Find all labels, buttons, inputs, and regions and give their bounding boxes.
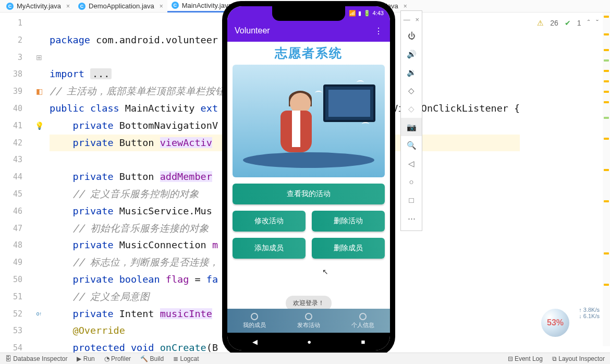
sys-back-icon[interactable]: ◀ [252,338,258,346]
volume-down-icon[interactable]: 🔉 [401,63,422,81]
tab-label: DemoApplication.java [89,2,154,10]
home-icon[interactable]: ○ [401,173,422,191]
error-stripe[interactable] [603,13,610,346]
more-icon[interactable]: ⋯ [401,209,422,227]
chevron-up-icon[interactable]: ˆ [588,19,590,27]
signal-icon: ▮ [358,10,361,17]
system-nav: ◀ ● ■ [227,333,390,350]
edit-activity-button[interactable]: 修改活动 [233,211,306,232]
run-gutter-icon[interactable]: ◧ [29,83,50,100]
tab-label: MyActivity.java [17,2,61,10]
logcat-tab[interactable]: ≣ Logcat [173,355,199,362]
gutter-icons: ⊞ ◧ 💡 o↑ [29,13,50,351]
rotate-left-icon[interactable]: ◇ [401,81,422,100]
line-gutter: 1233839404142434445464748495051525354 [0,13,29,351]
delete-activity-button[interactable]: 删除活动 [312,211,385,232]
build-tab[interactable]: 🔨 Build [140,355,164,362]
rotate-right-icon[interactable]: ◇ [401,100,422,118]
view-activities-button[interactable]: 查看我的活动 [233,184,385,204]
override-icon[interactable]: o↑ [29,306,50,323]
nav-profile[interactable]: 个人信息 [336,309,390,333]
java-class-icon: C [78,3,86,10]
layout-inspector-tab[interactable]: ⧉ Layout Inspector [552,355,605,362]
publish-icon [305,313,312,320]
emulator-device: 📶 ▮ 🔋 4:43 Volunteer ⋮ 志愿者系统 查看我的活动 修改活动… [222,1,395,356]
overflow-menu-icon[interactable]: ⋮ [374,26,383,36]
tab-label: MainActivity.java [182,2,232,9]
net-speed: ↑ 3.8K/s↓ 6.1K/s [579,307,600,319]
profiler-tab[interactable]: ◔ Profiler [104,355,131,362]
bulb-icon[interactable]: 💡 [29,117,50,135]
chevron-down-icon[interactable]: ˇ [596,19,599,27]
close-icon[interactable]: × [160,3,163,10]
profile-icon [359,313,367,320]
emulator-toolbar: —× ⏻ 🔊 🔉 ◇ ◇ 📷 🔍 ◁ ○ □ ⋯ [400,10,422,231]
warning-count: 26 [550,19,558,27]
db-inspector-tab[interactable]: 🗄 Database Inspector [5,355,67,362]
hero-illustration [233,65,385,177]
add-member-button[interactable]: 添加成员 [233,238,306,259]
bottom-nav: 我的成员 发布活动 个人信息 [227,309,390,333]
float-speed-widget[interactable]: 53% ↑ 3.8K/s↓ 6.1K/s [541,305,601,341]
nav-members[interactable]: 我的成员 [227,309,282,333]
back-icon[interactable]: ◁ [401,154,422,173]
battery-icon: 🔋 [363,10,371,17]
appbar-title: Volunteer [235,26,270,35]
passed-count: 1 [577,19,581,27]
minimize-icon[interactable]: — [404,16,410,23]
run-tab[interactable]: ▶ Run [77,355,94,362]
wifi-icon: 📶 [349,10,356,17]
event-log-tab[interactable]: ⊟ Event Log [508,355,543,362]
page-title: 志愿者系统 [227,42,390,65]
status-time: 4:43 [373,10,384,16]
close-icon[interactable]: × [404,3,407,10]
java-class-icon: C [172,2,179,9]
tab-demoapp[interactable]: CDemoApplication.java× [74,0,167,13]
device-screen[interactable]: 📶 ▮ 🔋 4:43 Volunteer ⋮ 志愿者系统 查看我的活动 修改活动… [227,6,390,350]
camera-icon[interactable]: 📷 [401,118,422,136]
warning-icon: ⚠ [537,19,544,27]
power-icon[interactable]: ⏻ [401,27,422,45]
sys-overview-icon[interactable]: ■ [361,338,365,346]
sys-home-icon[interactable]: ● [307,338,311,346]
zoom-icon[interactable]: 🔍 [401,136,422,154]
fold-icon[interactable]: ⊞ [29,49,50,66]
device-notch [272,6,345,21]
nav-publish[interactable]: 发布活动 [282,309,336,333]
check-icon: ✔ [565,19,571,27]
inspection-summary[interactable]: ⚠26 ✔1 ˆ ˇ [537,19,599,27]
memory-ball[interactable]: 53% [541,309,569,337]
status-bar-bottom: 🗄 Database Inspector ▶ Run ◔ Profiler 🔨 … [0,353,610,364]
app-bar: Volunteer ⋮ [227,20,390,42]
overview-icon[interactable]: □ [401,191,422,209]
delete-member-button[interactable]: 删除成员 [312,238,385,259]
java-class-icon: C [6,3,14,10]
volume-up-icon[interactable]: 🔊 [401,45,422,63]
window-close-icon[interactable]: × [416,16,420,23]
close-icon[interactable]: × [66,3,70,10]
tab-myactivity[interactable]: CMyActivity.java× [2,0,74,13]
members-icon [251,313,258,320]
